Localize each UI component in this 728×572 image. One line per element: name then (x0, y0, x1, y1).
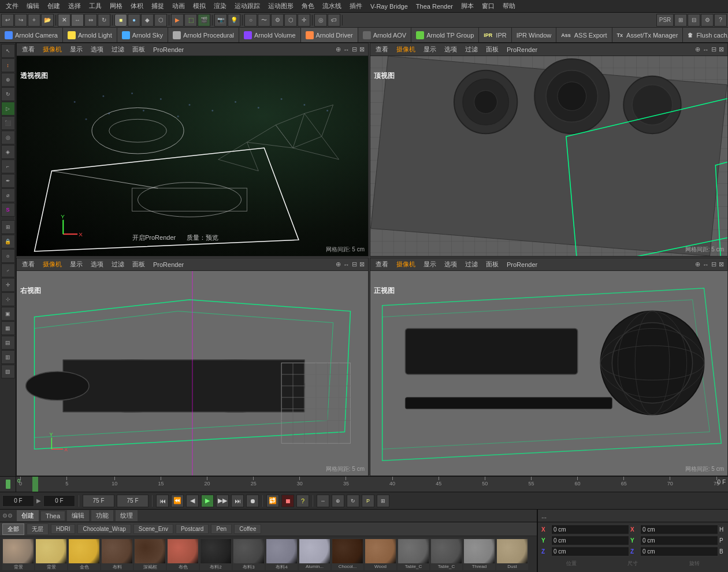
layout3-btn[interactable]: ⊟ (688, 14, 700, 27)
undo-button[interactable]: ↩ (1, 14, 14, 27)
select-all[interactable]: ✕ (58, 14, 70, 27)
ass-export-tab[interactable]: Ass ASS Export (556, 28, 612, 42)
mat-thumb-14[interactable]: Thread (463, 538, 495, 570)
rotate-btn[interactable]: ↻ (98, 14, 110, 27)
tool2[interactable]: ● (128, 14, 140, 27)
tag-btn[interactable]: 🏷 (328, 14, 340, 27)
sidebar-group[interactable]: ⌾ (1, 249, 15, 263)
sidebar-t5[interactable]: ▧ (1, 365, 15, 378)
mat-thumb-9[interactable]: Alumin... (299, 538, 330, 570)
ipr-window-tab[interactable]: IPR Window (512, 28, 557, 42)
vp-p-prorender[interactable]: ProRender (151, 46, 185, 54)
sidebar-tool9[interactable]: ⌐ (1, 159, 15, 173)
menu-item-animate[interactable]: 动画 (169, 1, 188, 12)
sidebar-t2[interactable]: ▦ (1, 321, 15, 335)
arnold-procedural-tab[interactable]: Arnold Procedural (168, 28, 239, 42)
vp-t-filter[interactable]: 过滤 (463, 44, 480, 54)
sidebar-tool11[interactable]: ⌀ (1, 188, 15, 202)
sidebar-tool8[interactable]: ◈ (1, 145, 15, 159)
vp-f-filter[interactable]: 过滤 (463, 259, 480, 269)
mat-thumb-5[interactable]: 布色 (167, 538, 199, 570)
mat-thumb-8[interactable]: 布料4 (266, 538, 298, 570)
frame-start-field[interactable] (2, 495, 34, 507)
sidebar-pointer[interactable]: ↖ (1, 44, 15, 58)
menu-item-snap[interactable]: 捕捉 (148, 1, 168, 12)
next-key-btn[interactable]: ⏭ (231, 495, 244, 507)
go-start-btn[interactable]: ⏮ (156, 495, 169, 507)
mat-thumb-13[interactable]: Table_C (430, 538, 462, 570)
vp-t-display[interactable]: 显示 (422, 44, 438, 54)
key-scale-btn[interactable]: ⊕ (332, 495, 344, 507)
filter-hdri[interactable]: HDRI (51, 524, 75, 534)
mat-thumb-0[interactable]: 背景 (2, 538, 34, 570)
arnold-group-tab[interactable]: Arnold TP Group (411, 28, 479, 42)
play-btn[interactable]: ▶ (201, 495, 214, 507)
arnold-camera-tab[interactable]: Arnold Camera (0, 28, 63, 42)
filter-scene-env[interactable]: Scene_Env (133, 524, 173, 534)
menu-item-render[interactable]: 渲染 (210, 1, 230, 12)
sidebar-rotate[interactable]: ↻ (1, 87, 15, 101)
sidebar-tool12[interactable]: S (1, 203, 15, 217)
menu-item-pipeline[interactable]: 流水线 (319, 1, 345, 12)
sidebar-axis2[interactable]: ⊹ (1, 292, 15, 306)
menu-item-create[interactable]: 创建 (44, 1, 64, 12)
sidebar-scale[interactable]: ⊕ (1, 73, 15, 87)
mat-thumb-10[interactable]: Chocol... (332, 538, 363, 570)
timeline[interactable]: 0 051015202530354045505560657075 0 F (0, 476, 728, 492)
null-btn[interactable]: ✛ (298, 14, 310, 27)
vp-f-options[interactable]: 选项 (443, 259, 459, 269)
vp-f-prorender[interactable]: ProRender (505, 261, 539, 269)
vp-t-panel[interactable]: 面板 (484, 44, 500, 54)
size-z-input[interactable] (640, 547, 718, 556)
filter-chocolate[interactable]: Chocolate_Wrap (77, 524, 131, 534)
object-btn[interactable]: ○ (244, 14, 257, 27)
tool1[interactable]: ■ (114, 14, 127, 27)
record-btn[interactable]: ⏺ (246, 495, 259, 507)
stop-record-btn[interactable]: ⏹ (281, 495, 294, 507)
question-btn[interactable]: ? (296, 495, 309, 507)
deformer-btn[interactable]: ⬡ (284, 14, 297, 27)
sidebar-move[interactable]: ↕ (1, 58, 15, 72)
filter-pen[interactable]: Pen (211, 524, 232, 534)
mat-thumb-4[interactable]: 深褐框 (134, 538, 166, 570)
ipr-tab[interactable]: IPR IPR (479, 28, 511, 42)
key-extra-btn[interactable]: ⊞ (377, 495, 389, 507)
arnold-light-tab[interactable]: Arnold Light (63, 28, 117, 42)
sidebar-t4[interactable]: ▥ (1, 350, 15, 364)
flush-cache-tab[interactable]: 🗑 Flush cach... (683, 28, 728, 42)
pos-x-input[interactable] (551, 525, 629, 534)
mat-thumb-2[interactable]: 金色 (68, 538, 100, 570)
render-pic[interactable]: 🎬 (198, 14, 210, 27)
sidebar-tool5[interactable]: ▷ (1, 102, 15, 116)
light-btn[interactable]: 💡 (228, 14, 240, 27)
frame-current-field[interactable] (43, 495, 75, 507)
vp-r-options[interactable]: 选项 (89, 259, 105, 269)
menu-item-motion-tracking[interactable]: 运动跟踪 (231, 1, 263, 12)
size-x-input[interactable] (640, 525, 718, 534)
sidebar-tool10[interactable]: ✒ (1, 174, 15, 188)
help-btn[interactable]: ? (714, 14, 727, 27)
key-loop-btn[interactable]: ↻ (347, 495, 359, 507)
size-y-input[interactable] (640, 536, 718, 545)
menu-item-help[interactable]: 帮助 (499, 1, 519, 12)
redo-button[interactable]: ↪ (14, 14, 27, 27)
camera-btn[interactable]: 📷 (214, 14, 227, 27)
vp-r-panel[interactable]: 面板 (131, 259, 147, 269)
spline-btn[interactable]: 〜 (258, 14, 270, 27)
mat-tab-edit[interactable]: 编辑 (66, 510, 90, 522)
mat-thumb-1[interactable]: 背景 (35, 538, 67, 570)
settings-btn[interactable]: ⚙ (701, 14, 714, 27)
arnold-volume-tab[interactable]: Arnold Volume (239, 28, 301, 42)
loop-btn[interactable]: 🔁 (266, 495, 279, 507)
vp-t-prorender[interactable]: ProRender (505, 46, 539, 54)
sidebar-tool6[interactable]: ⬛ (1, 116, 15, 130)
move-btn[interactable]: ↔ (71, 14, 84, 27)
menu-item-simulate[interactable]: 模拟 (190, 1, 209, 12)
pos-z-input[interactable] (551, 547, 629, 556)
vp-p-panel[interactable]: 面板 (131, 44, 147, 54)
vp-f-camera[interactable]: 摄像机 (395, 259, 417, 269)
open-button[interactable]: 📂 (41, 14, 54, 27)
prev-frame-btn[interactable]: ◀ (186, 495, 199, 507)
render-region[interactable]: ⬚ (184, 14, 197, 27)
arnold-aov-tab[interactable]: Arnold AOV (358, 28, 411, 42)
